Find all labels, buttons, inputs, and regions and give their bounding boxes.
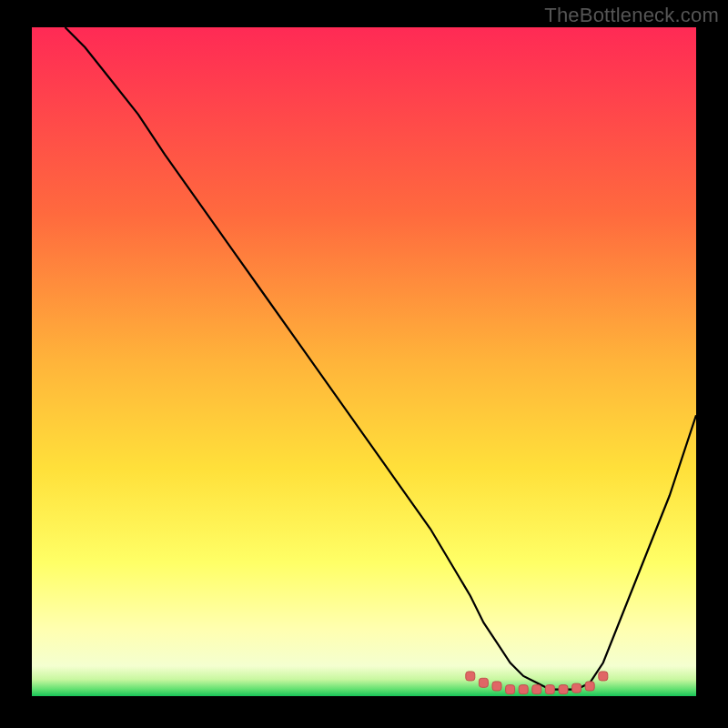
marker-point (479, 678, 488, 687)
chart-container: TheBottleneck.com (0, 0, 728, 728)
marker-point (506, 685, 515, 694)
marker-point (466, 672, 475, 681)
chart-svg (32, 27, 696, 696)
marker-point (585, 682, 594, 691)
marker-point (519, 685, 528, 694)
marker-point (532, 685, 541, 694)
marker-point (545, 685, 554, 694)
marker-point (559, 685, 568, 694)
watermark-text: TheBottleneck.com (544, 4, 719, 27)
marker-point (572, 683, 581, 693)
marker-point (492, 682, 501, 691)
marker-point (599, 672, 608, 681)
plot-area (32, 27, 696, 696)
gradient-background (32, 27, 696, 696)
